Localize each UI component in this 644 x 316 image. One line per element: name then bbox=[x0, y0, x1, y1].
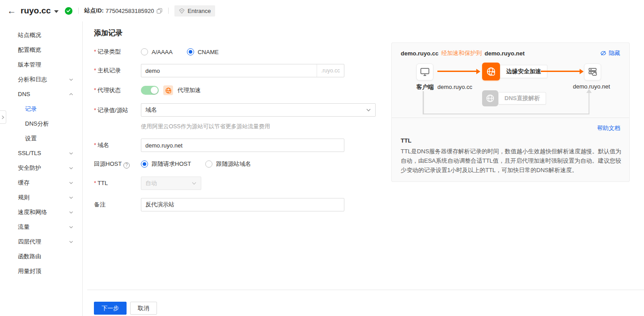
proxy-accel-text: 代理加速 bbox=[178, 86, 201, 94]
required-mark: * bbox=[94, 48, 96, 55]
form-footer: 下一步 取消 bbox=[87, 290, 644, 315]
sidebar-item-cache[interactable]: 缓存 bbox=[0, 175, 82, 190]
next-step-button[interactable]: 下一步 bbox=[94, 302, 127, 315]
radio-label: 跟随请求HOST bbox=[152, 160, 191, 168]
record-value-select[interactable]: 域名 bbox=[141, 103, 376, 117]
hide-link[interactable]: 隐藏 bbox=[600, 49, 620, 57]
record-type-a-aaaa-radio[interactable]: A/AAAA bbox=[141, 48, 173, 55]
chevron-right-icon bbox=[1, 115, 4, 119]
sidebar-item-label: 设置 bbox=[25, 135, 37, 143]
divider bbox=[392, 118, 629, 118]
proxy-accel-globe-icon bbox=[163, 85, 173, 95]
required-mark: * bbox=[94, 87, 96, 93]
accelerated-text: 经加速和保护到 bbox=[441, 49, 482, 57]
entrance-label: Entrance bbox=[187, 8, 211, 14]
chevron-down-icon[interactable] bbox=[54, 10, 59, 13]
ttl-label: *TTL bbox=[94, 180, 141, 186]
sidebar-item-label: 流量 bbox=[18, 223, 30, 231]
host-record-input[interactable] bbox=[141, 64, 317, 77]
sidebar-item-label: 速度和网络 bbox=[18, 208, 47, 216]
proxy-toggle[interactable] bbox=[141, 86, 159, 95]
dns-direct-label: DNS直接解析 bbox=[498, 92, 546, 105]
sidebar-item-label: SSL/TLS bbox=[18, 150, 41, 156]
remark-row: 备注 bbox=[94, 198, 344, 211]
follow-origin-domain-radio[interactable]: 跟随源站域名 bbox=[205, 160, 251, 168]
sidebar-item-rules[interactable]: 规则 bbox=[0, 190, 82, 205]
sidebar-item-label: DNS分析 bbox=[25, 120, 49, 128]
ttl-row: *TTL 自动 bbox=[94, 177, 344, 190]
copy-icon[interactable] bbox=[157, 8, 162, 14]
required-mark: * bbox=[94, 67, 96, 74]
esa-globe-icon bbox=[486, 67, 496, 76]
client-node bbox=[416, 63, 433, 80]
arrow-right-icon bbox=[437, 71, 477, 72]
origin-host-row: 回源HOST? 跟随请求HOST 跟随源站域名 bbox=[94, 160, 344, 169]
entrance-badge[interactable]: Entrance bbox=[174, 5, 215, 17]
chevron-down-icon bbox=[69, 210, 73, 215]
topbar: ← ruyo.cc 站点ID: 775042583185920 Entrance bbox=[0, 0, 644, 21]
sidebar-item-ssl-tls[interactable]: SSL/TLS bbox=[0, 146, 82, 160]
sidebar-item-label: 安全防护 bbox=[18, 164, 41, 172]
sidebar-item-function-routes[interactable]: 函数路由 bbox=[0, 249, 82, 264]
origin-domain-label: demo.ruyo.net bbox=[573, 83, 610, 90]
sidebar-item-traffic[interactable]: 流量 bbox=[0, 219, 82, 234]
sidebar-item-security[interactable]: 安全防护 bbox=[0, 160, 82, 175]
record-value-label: *记录值/源站 bbox=[94, 103, 141, 114]
oss-helper-text: 使用阿里云OSS作为源站可以节省更多源站流量费用 bbox=[141, 123, 376, 131]
record-type-row: *记录类型 A/AAAA CNAME bbox=[94, 48, 344, 56]
ttl-description: TTL是DNS服务器缓存解析记录的时间，数值越小生效越快但解析速度越慢。默认值为… bbox=[401, 147, 621, 175]
sidebar-item-site-overview[interactable]: 站点概况 bbox=[0, 28, 82, 42]
sidebar-item-label: 站点概况 bbox=[18, 31, 41, 39]
target-domain: demo.ruyo.net bbox=[485, 50, 525, 57]
record-value-row: *记录值/源站 域名 使用阿里云OSS作为源站可以节省更多源站流量费用 bbox=[94, 103, 344, 131]
sidebar-item-label: 分析和日志 bbox=[18, 76, 47, 84]
client-label: 客户端 bbox=[416, 84, 434, 90]
dns-node bbox=[482, 90, 498, 106]
sidebar-item-usage-cap[interactable]: 用量封顶 bbox=[0, 264, 82, 278]
arrow-right-icon bbox=[541, 71, 580, 72]
back-arrow-icon[interactable]: ← bbox=[7, 6, 16, 15]
sidebar-item-config-overview[interactable]: 配置概览 bbox=[0, 42, 82, 57]
help-question-icon[interactable]: ? bbox=[123, 162, 130, 169]
sidebar-item-dns[interactable]: DNS bbox=[0, 87, 82, 101]
remark-input[interactable] bbox=[141, 198, 344, 211]
sidebar-item-analytics-logs[interactable]: 分析和日志 bbox=[0, 72, 82, 87]
sidebar-item-speed-network[interactable]: 速度和网络 bbox=[0, 205, 82, 219]
chevron-down-icon bbox=[69, 195, 73, 200]
bypass-line bbox=[423, 91, 424, 114]
follow-request-host-radio[interactable]: 跟随请求HOST bbox=[141, 160, 191, 168]
radio-unchecked-icon bbox=[141, 48, 148, 55]
radio-unchecked-icon bbox=[205, 160, 212, 168]
radio-label: CNAME bbox=[198, 49, 219, 55]
record-type-label: *记录类型 bbox=[94, 48, 141, 56]
arrow-up-icon bbox=[586, 89, 592, 93]
site-id-value: 775042583185920 bbox=[106, 8, 154, 14]
sidebar-item-version-management[interactable]: 版本管理 bbox=[0, 57, 82, 72]
client-domain: demo.ruyo.cc bbox=[437, 84, 472, 90]
sidebar-item-records[interactable]: 记录 bbox=[0, 101, 82, 116]
required-mark: * bbox=[94, 142, 96, 148]
host-record-row: *主机记录 .ruyo.cc bbox=[94, 64, 344, 77]
record-type-cname-radio[interactable]: CNAME bbox=[187, 48, 219, 55]
sidebar-item-dns-analysis[interactable]: DNS分析 bbox=[0, 116, 82, 131]
cancel-button[interactable]: 取消 bbox=[130, 302, 157, 315]
sidebar-item-dns-settings[interactable]: 设置 bbox=[0, 131, 82, 146]
origin-node bbox=[584, 63, 601, 80]
site-name[interactable]: ruyo.cc bbox=[21, 6, 51, 16]
sidebar-item-label: 用量封顶 bbox=[18, 267, 41, 275]
site-id-label: 站点ID: bbox=[85, 7, 104, 15]
domain-label: *域名 bbox=[94, 141, 141, 149]
page-title: 添加记录 bbox=[94, 29, 644, 38]
select-value: 域名 bbox=[145, 106, 157, 114]
chevron-down-icon bbox=[69, 181, 73, 185]
required-mark: * bbox=[94, 107, 96, 114]
radio-label: 跟随源站域名 bbox=[216, 160, 251, 168]
sidebar-item-layer4-proxy[interactable]: 四层代理 bbox=[0, 234, 82, 249]
help-doc-link[interactable]: 帮助文档 bbox=[597, 124, 620, 132]
sidebar-item-label: 配置概览 bbox=[18, 46, 41, 54]
radio-checked-icon bbox=[141, 160, 148, 168]
host-record-label: *主机记录 bbox=[94, 67, 141, 75]
sidebar-collapse-handle[interactable] bbox=[0, 110, 6, 124]
sidebar-item-label: 四层代理 bbox=[18, 238, 41, 246]
domain-input[interactable] bbox=[141, 139, 344, 152]
